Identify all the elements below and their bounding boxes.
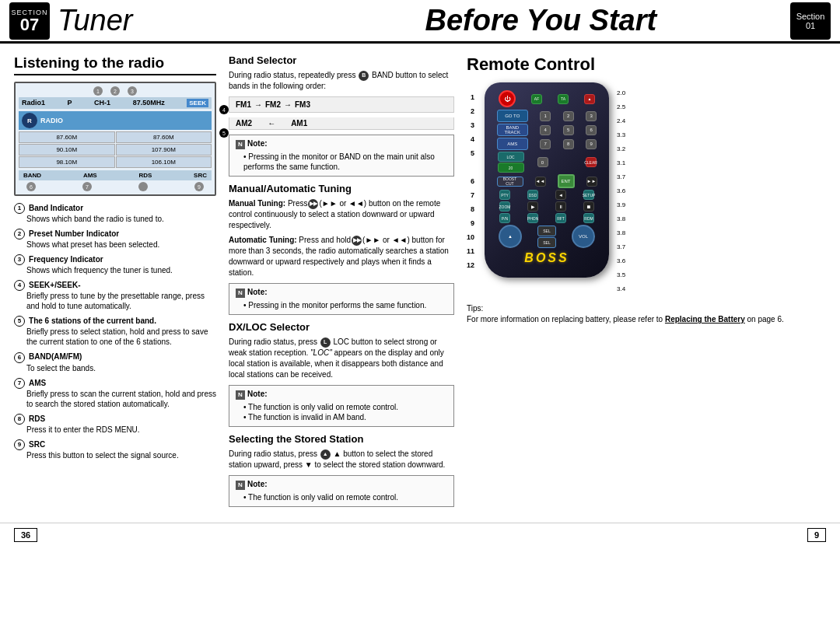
stored-station-note: NNote: The function is only valid on rem…: [229, 475, 454, 507]
ams-row[interactable]: AMS 7 8 9: [491, 138, 603, 150]
note-icon-1: N: [236, 140, 245, 149]
pty-button[interactable]: PTY: [499, 190, 510, 200]
item-title-4: SEEK+/SEEK-: [29, 281, 80, 289]
rft-button[interactable]: RFT: [555, 213, 566, 223]
item-desc-1: Shows which band the radio is tuned to.: [26, 214, 216, 224]
num4-button[interactable]: 4: [540, 125, 551, 135]
label-right-13: 3.6: [617, 254, 625, 268]
item-title-1: Band Indicator: [29, 204, 83, 212]
sel2-button[interactable]: SEL: [537, 237, 556, 248]
num3-button[interactable]: 3: [586, 111, 597, 121]
circle-1[interactable]: 1: [93, 86, 103, 96]
label-r10: 10: [467, 230, 477, 244]
loc-row[interactable]: LOC 20 0 CLEAR: [491, 152, 603, 173]
item-title-8: RDS: [29, 414, 45, 423]
vol-row[interactable]: ▲ SEL SEL VOL: [491, 225, 603, 248]
label-r11: 11: [467, 244, 477, 258]
goto-button[interactable]: GO TO: [497, 110, 528, 122]
num5-button[interactable]: 5: [563, 125, 574, 135]
sel-button[interactable]: SEL: [537, 226, 556, 236]
control-row[interactable]: BOOSTCUT ◄◄ ENT ►►: [491, 174, 603, 188]
power-button[interactable]: ⏻: [499, 90, 516, 107]
freq-cell-3: 90.10M: [19, 144, 115, 156]
tips-label: Tips:: [467, 304, 483, 313]
pause-button[interactable]: ⏸: [555, 201, 566, 212]
num6-button[interactable]: 6: [586, 125, 597, 135]
band-selector-title: Band Selector: [229, 54, 454, 66]
item-desc-9: Press this button to select the signal s…: [26, 450, 216, 460]
next-button[interactable]: ►►: [586, 177, 597, 187]
ta-button[interactable]: TA: [558, 94, 569, 104]
stop-button[interactable]: ⏹: [583, 201, 594, 212]
play-button[interactable]: ▶: [527, 201, 538, 212]
mute-button[interactable]: ▲: [584, 94, 595, 104]
num2-button[interactable]: 2: [563, 111, 574, 121]
num7-button[interactable]: 7: [540, 139, 551, 149]
middle-column: Band Selector During radio status, repea…: [229, 54, 454, 512]
list-item-2: 2 Preset Number Indicator Shows what pre…: [14, 228, 216, 250]
item-num-7: 7: [14, 378, 25, 389]
label-r8: 8: [467, 202, 477, 216]
flow-backward: AM2 ← AM1: [229, 117, 454, 130]
main-content: Listening to the radio 1 2 3 Radio1 P CH…: [0, 44, 840, 519]
section-num-right: 01: [806, 21, 815, 30]
circle-2[interactable]: 2: [110, 86, 120, 96]
goto-row[interactable]: GO TO 1 2 3: [491, 110, 603, 122]
enter-button[interactable]: ENT: [558, 174, 575, 188]
rwd-button[interactable]: ◄: [555, 190, 566, 200]
loc2-button[interactable]: 20: [498, 163, 524, 173]
label-right-8: 3.6: [617, 184, 625, 198]
header-title-left: Tuner: [58, 4, 299, 37]
num9-button[interactable]: 9: [586, 139, 597, 149]
item-desc-5: Briefly press to select station, hold an…: [26, 327, 216, 347]
pn-button[interactable]: P/N: [499, 213, 510, 223]
num1-button[interactable]: 1: [540, 111, 551, 121]
num8-button[interactable]: 8: [563, 139, 574, 149]
radio-icon: R: [22, 113, 37, 128]
vol-knob[interactable]: ▲: [499, 225, 522, 248]
manual-tuning-title: Manual/Automatic Tuning: [229, 183, 454, 194]
label-r12: 12: [467, 258, 477, 272]
note-bullet-3b: The function is invalid in AM band.: [243, 412, 447, 422]
af-button[interactable]: AF: [531, 94, 542, 104]
prev-button[interactable]: ◄◄: [535, 177, 546, 187]
num0-button[interactable]: 0: [537, 157, 548, 167]
note-icon-3: N: [236, 390, 245, 400]
phon-button[interactable]: PHON: [527, 213, 538, 223]
radio-bottom-bar: BAND AMS RDS SRC: [19, 170, 212, 180]
item-num-3: 3: [14, 254, 25, 265]
flow-diagram: FM1 → FM2 → FM3 AM2 ← AM1: [229, 96, 454, 130]
circle-6[interactable]: 6: [26, 182, 36, 191]
rdm-button[interactable]: RDM: [583, 213, 594, 223]
circle-3[interactable]: 3: [128, 86, 137, 96]
circle-8[interactable]: [138, 182, 148, 191]
item-title-5: The 6 stations of the current band.: [29, 316, 156, 325]
label-right-14: 3.5: [617, 268, 625, 282]
pty-row[interactable]: PTY DSD ◄ SETUP: [491, 190, 603, 200]
zoom-button[interactable]: ZOOM: [499, 201, 510, 212]
item-desc-2: Shows what preset has been selected.: [26, 240, 216, 250]
circle-9[interactable]: 9: [194, 182, 204, 191]
item-desc-8: Press it to enter the RDS MENU.: [26, 425, 216, 435]
label-right-5: 3.2: [617, 142, 625, 156]
pn-row[interactable]: P/N PHON RFT RDM: [491, 213, 603, 223]
band-row[interactable]: BANDTRACK 4 5 6: [491, 124, 603, 136]
freq-cell-2: 87.60M: [116, 131, 212, 143]
loc-button[interactable]: LOC: [498, 152, 524, 162]
remote-heading: Remote Control: [467, 54, 826, 75]
ams-button[interactable]: AMS: [497, 138, 528, 150]
zoom-row[interactable]: ZOOM ▶ ⏸ ⏹: [491, 201, 603, 212]
note-icon-4: N: [236, 481, 245, 490]
remote-top-row[interactable]: ⏻ AF TA ▲: [491, 90, 603, 107]
band-button[interactable]: BANDTRACK: [497, 124, 528, 136]
vol2-knob[interactable]: VOL: [572, 225, 595, 248]
clear-button[interactable]: CLEAR: [586, 157, 597, 167]
dsd-button[interactable]: DSD: [527, 190, 538, 200]
tips-link[interactable]: Replacing the Battery: [665, 315, 745, 323]
note-bullet-3a: The function is only valid on remote con…: [243, 402, 447, 412]
circle-7[interactable]: 7: [82, 182, 92, 191]
boost-button[interactable]: BOOSTCUT: [497, 177, 523, 187]
freq-cell-1: 87.60M: [19, 131, 115, 143]
setup-button[interactable]: SETUP: [583, 190, 594, 200]
section-badge-left: Section 07: [9, 2, 50, 40]
